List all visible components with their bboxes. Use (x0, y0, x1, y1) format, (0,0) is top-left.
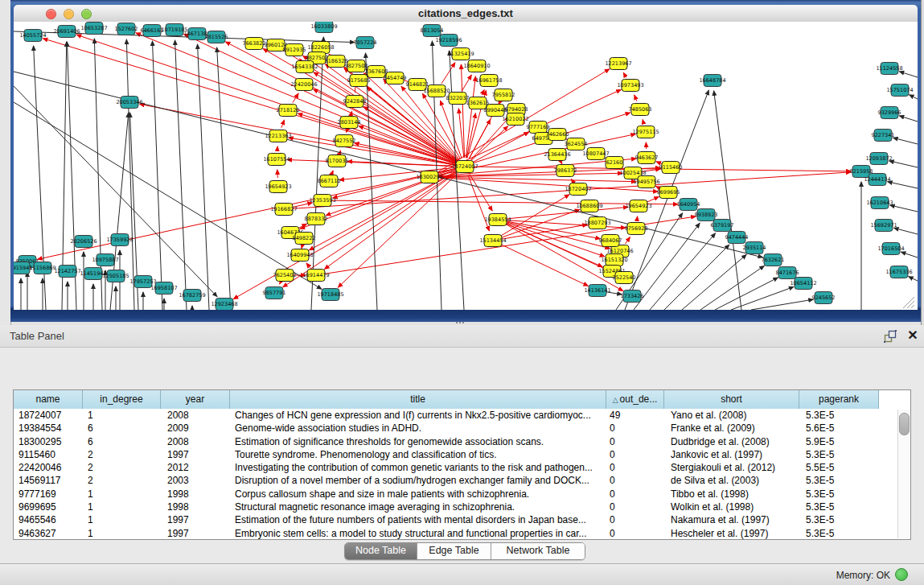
graph-node[interactable]: 12093872 (865, 153, 892, 165)
graph-node[interactable]: 22420046 (290, 79, 317, 91)
cell-title[interactable]: Genome-wide association studies in ADHD. (230, 422, 606, 435)
cell-out-de-[interactable]: 0 (606, 422, 664, 435)
graph-edge[interactable] (280, 282, 281, 283)
table-row[interactable]: 1938455462009Genome-wide association stu… (14, 422, 910, 435)
cell-year[interactable]: 1998 (161, 501, 230, 513)
cell-name[interactable]: 19384554 (14, 422, 83, 435)
graph-node[interactable]: 8990448 (484, 105, 507, 117)
graph-node[interactable]: 7632621 (762, 254, 785, 266)
cell-short[interactable]: Hescheler et al. (1997) (664, 527, 799, 539)
graph-edge[interactable] (894, 228, 918, 234)
graph-node[interactable]: 7815526 (205, 31, 228, 43)
cell-out-de-[interactable]: 0 (606, 513, 664, 526)
column-header-in-degree[interactable]: in_degree (83, 390, 161, 409)
graph-edge[interactable] (625, 237, 630, 244)
cell-pagerank[interactable]: 5.3E-5 (799, 527, 879, 539)
graph-edge[interactable] (643, 120, 643, 124)
cell-name[interactable]: 18724007 (14, 409, 83, 422)
float-panel-icon[interactable] (883, 329, 897, 344)
graph-edge[interactable] (909, 277, 918, 281)
graph-edge[interactable] (910, 95, 918, 99)
vertical-scrollbar[interactable] (897, 410, 910, 538)
cell-short[interactable]: de Silva et al. (2003) (664, 474, 799, 487)
cell-title[interactable]: Corpus callosum shape and size in male p… (230, 488, 606, 501)
graph-node[interactable]: 9857791 (263, 287, 286, 299)
graph-node[interactable]: 16033809 (310, 22, 337, 33)
cell-year[interactable]: 1997 (161, 527, 230, 539)
network-window-titlebar[interactable]: citations_edges.txt (14, 5, 918, 23)
graph-node[interactable]: 5498222 (293, 233, 316, 245)
graph-node[interactable]: 12975115 (632, 126, 659, 138)
graph-node[interactable]: 18640910 (463, 60, 490, 72)
cell-in-degree[interactable]: 1 (83, 409, 161, 422)
graph-edge[interactable] (501, 245, 588, 286)
cell-in-degree[interactable]: 1 (83, 527, 161, 539)
graph-edge[interactable] (366, 53, 377, 310)
graph-node[interactable]: 9463627 (635, 152, 659, 164)
graph-edge[interactable] (506, 224, 614, 274)
graph-edge[interactable] (217, 47, 231, 310)
graph-node[interactable]: 7857224 (354, 37, 377, 49)
graph-node[interactable]: 12213363 (265, 130, 291, 142)
graph-node[interactable]: 11675336 (885, 266, 912, 278)
graph-node[interactable]: 9245652 (812, 292, 836, 304)
graph-node[interactable]: 9474444 (725, 232, 749, 244)
graph-node[interactable]: 2935114 (743, 242, 766, 254)
graph-node[interactable]: 7986372 (554, 165, 577, 177)
graph-edge[interactable] (277, 170, 278, 178)
graph-node[interactable]: 16782759 (179, 290, 205, 302)
cell-name[interactable]: 9777169 (14, 488, 83, 501)
graph-node[interactable]: 19718485 (317, 289, 343, 301)
cell-pagerank[interactable]: 5.9E-5 (799, 435, 879, 448)
graph-edge[interactable] (714, 91, 741, 310)
graph-edge[interactable] (363, 107, 457, 163)
cell-year[interactable]: 2003 (161, 474, 230, 487)
graph-node[interactable]: 2803144 (338, 117, 361, 129)
graph-node[interactable]: 7955812 (492, 89, 515, 101)
graph-node[interactable]: 8454749 (384, 72, 407, 84)
cell-in-degree[interactable]: 2 (83, 461, 161, 474)
cell-year[interactable]: 2008 (161, 409, 230, 422)
graph-node[interactable]: 7625402 (273, 270, 297, 282)
graph-node[interactable]: 12923468 (211, 299, 237, 311)
cell-in-degree[interactable]: 6 (83, 435, 161, 448)
cell-title[interactable]: Estimation of significance thresholds fo… (230, 435, 606, 448)
cell-out-de-[interactable]: 0 (606, 527, 664, 539)
cell-short[interactable]: Tibbo et al. (1998) (664, 488, 799, 501)
graph-edge[interactable] (441, 63, 455, 84)
graph-node[interactable]: 10973493 (617, 80, 643, 92)
cell-out-de-[interactable]: 49 (606, 409, 664, 422)
graph-node[interactable]: 11124558 (876, 63, 902, 75)
cell-name[interactable]: 14569117 (14, 474, 83, 487)
cell-name[interactable]: 22420046 (14, 461, 83, 474)
cell-short[interactable]: Wolkin et al. (1998) (664, 501, 799, 513)
graph-edge[interactable] (198, 44, 209, 310)
graph-edge[interactable] (751, 299, 813, 310)
cell-title[interactable]: Investigating the contribution of common… (230, 461, 606, 474)
split-pane-handle[interactable] (455, 321, 465, 324)
cell-title[interactable]: Changes of HCN gene expression and I(f) … (230, 409, 606, 422)
cell-pagerank[interactable]: 5.5E-5 (799, 461, 879, 474)
cell-in-degree[interactable]: 1 (83, 488, 161, 501)
column-header-year[interactable]: year (161, 390, 230, 409)
graph-node[interactable]: 9115460 (659, 162, 683, 174)
graph-edge[interactable] (152, 41, 162, 310)
network-canvas[interactable]: 1405572420691406106532871527602646616110… (14, 22, 918, 310)
cell-year[interactable]: 1998 (161, 488, 230, 501)
graph-node[interactable]: 7462660 (546, 129, 569, 141)
cell-in-degree[interactable]: 1 (83, 513, 161, 526)
table-row[interactable]: 946554611997Estimation of the future num… (14, 513, 910, 526)
graph-node[interactable]: 9684067 (599, 235, 622, 247)
column-header-short[interactable]: short (664, 390, 799, 409)
table-row[interactable]: 1456911722003Disruption of a novel membe… (14, 474, 910, 487)
graph-edge[interactable] (888, 182, 918, 188)
cell-pagerank[interactable]: 5.3E-5 (799, 448, 879, 461)
memory-status-indicator[interactable] (895, 568, 908, 581)
graph-edge[interactable] (462, 75, 472, 90)
graph-edge[interactable] (293, 93, 298, 103)
graph-node[interactable]: 1733426 (621, 290, 644, 303)
cell-title[interactable]: Estimation of the future numbers of pati… (230, 513, 606, 526)
graph-edge[interactable] (889, 161, 918, 167)
graph-edge[interactable] (461, 64, 464, 158)
graph-node[interactable]: 9329966 (878, 107, 901, 119)
